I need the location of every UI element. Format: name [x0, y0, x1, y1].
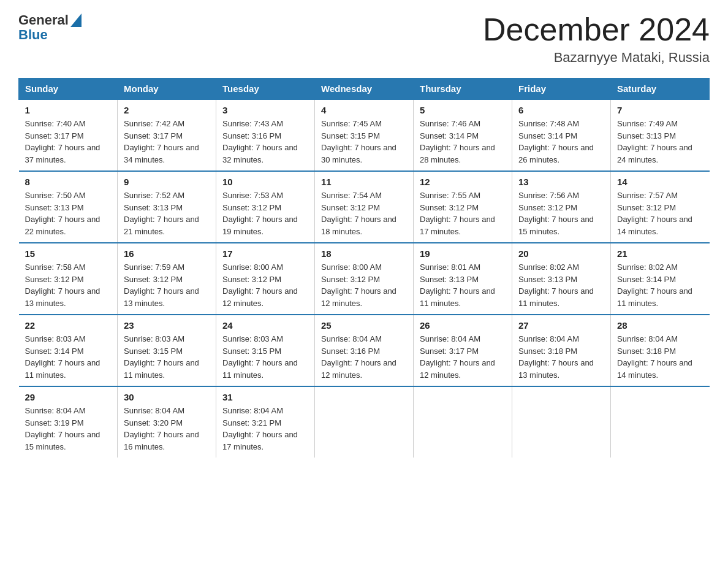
calendar-week-row: 15Sunrise: 7:58 AMSunset: 3:12 PMDayligh… [19, 243, 710, 315]
logo: General Blue [18, 12, 82, 43]
calendar-day-cell: 3Sunrise: 7:43 AMSunset: 3:16 PMDaylight… [216, 99, 315, 171]
calendar-day-cell: 13Sunrise: 7:56 AMSunset: 3:12 PMDayligh… [512, 171, 611, 243]
calendar-day-cell: 23Sunrise: 8:03 AMSunset: 3:15 PMDayligh… [118, 315, 216, 386]
logo-arrow-icon [70, 13, 82, 27]
day-info: Sunrise: 8:04 AMSunset: 3:21 PMDaylight:… [222, 405, 308, 453]
day-info: Sunrise: 7:54 AMSunset: 3:12 PMDaylight:… [321, 190, 407, 237]
day-info: Sunrise: 7:48 AMSunset: 3:14 PMDaylight:… [518, 118, 604, 166]
day-number: 12 [420, 177, 506, 187]
day-number: 6 [518, 105, 604, 115]
day-number: 21 [617, 248, 703, 259]
day-number: 22 [25, 320, 112, 331]
calendar-day-cell: 6Sunrise: 7:48 AMSunset: 3:14 PMDaylight… [512, 99, 611, 171]
calendar-day-cell: 12Sunrise: 7:55 AMSunset: 3:12 PMDayligh… [414, 171, 512, 243]
day-info: Sunrise: 8:01 AMSunset: 3:13 PMDaylight:… [420, 261, 506, 309]
day-info: Sunrise: 8:04 AMSunset: 3:20 PMDaylight:… [124, 405, 210, 453]
day-number: 26 [420, 320, 506, 331]
day-info: Sunrise: 8:02 AMSunset: 3:14 PMDaylight:… [617, 261, 703, 309]
day-info: Sunrise: 7:52 AMSunset: 3:13 PMDaylight:… [124, 190, 210, 237]
day-info: Sunrise: 7:45 AMSunset: 3:15 PMDaylight:… [321, 118, 407, 166]
logo-general-text: General [18, 12, 69, 28]
day-number: 16 [124, 248, 210, 259]
calendar-day-cell: 9Sunrise: 7:52 AMSunset: 3:13 PMDaylight… [118, 171, 216, 243]
calendar-day-cell [315, 386, 414, 458]
day-number: 19 [420, 248, 506, 259]
day-number: 2 [124, 105, 210, 115]
calendar-day-cell: 21Sunrise: 8:02 AMSunset: 3:14 PMDayligh… [611, 243, 710, 315]
day-info: Sunrise: 7:55 AMSunset: 3:12 PMDaylight:… [420, 190, 506, 237]
calendar-title: December 2024 [483, 12, 710, 47]
days-of-week-row: SundayMondayTuesdayWednesdayThursdayFrid… [19, 79, 710, 100]
day-info: Sunrise: 8:04 AMSunset: 3:19 PMDaylight:… [25, 405, 112, 453]
day-number: 25 [321, 320, 407, 331]
day-number: 17 [222, 248, 308, 259]
day-number: 4 [321, 105, 407, 115]
calendar-day-cell [611, 386, 710, 458]
calendar-day-cell: 18Sunrise: 8:00 AMSunset: 3:12 PMDayligh… [315, 243, 414, 315]
day-number: 9 [124, 177, 210, 187]
day-info: Sunrise: 8:04 AMSunset: 3:18 PMDaylight:… [518, 333, 604, 381]
calendar-day-cell: 11Sunrise: 7:54 AMSunset: 3:12 PMDayligh… [315, 171, 414, 243]
day-number: 13 [518, 177, 604, 187]
calendar-day-cell [414, 386, 512, 458]
calendar-day-cell: 2Sunrise: 7:42 AMSunset: 3:17 PMDaylight… [118, 99, 216, 171]
day-number: 27 [518, 320, 604, 331]
day-of-week-header: Friday [512, 79, 611, 100]
calendar-day-cell: 1Sunrise: 7:40 AMSunset: 3:17 PMDaylight… [19, 99, 118, 171]
day-of-week-header: Sunday [19, 79, 118, 100]
day-info: Sunrise: 7:58 AMSunset: 3:12 PMDaylight:… [25, 261, 112, 309]
day-info: Sunrise: 7:53 AMSunset: 3:12 PMDaylight:… [222, 190, 308, 237]
calendar-week-row: 29Sunrise: 8:04 AMSunset: 3:19 PMDayligh… [19, 386, 710, 458]
day-info: Sunrise: 8:02 AMSunset: 3:13 PMDaylight:… [518, 261, 604, 309]
calendar-day-cell: 8Sunrise: 7:50 AMSunset: 3:13 PMDaylight… [19, 171, 118, 243]
calendar-day-cell: 28Sunrise: 8:04 AMSunset: 3:18 PMDayligh… [611, 315, 710, 386]
day-info: Sunrise: 8:04 AMSunset: 3:18 PMDaylight:… [617, 333, 703, 381]
day-info: Sunrise: 7:56 AMSunset: 3:12 PMDaylight:… [518, 190, 604, 237]
day-of-week-header: Thursday [414, 79, 512, 100]
day-number: 29 [25, 392, 112, 402]
day-info: Sunrise: 7:46 AMSunset: 3:14 PMDaylight:… [420, 118, 506, 166]
calendar-day-cell: 7Sunrise: 7:49 AMSunset: 3:13 PMDaylight… [611, 99, 710, 171]
title-block: December 2024 Bazarnyye Mataki, Russia [483, 12, 710, 66]
day-number: 5 [420, 105, 506, 115]
calendar-day-cell: 25Sunrise: 8:04 AMSunset: 3:16 PMDayligh… [315, 315, 414, 386]
calendar-week-row: 8Sunrise: 7:50 AMSunset: 3:13 PMDaylight… [19, 171, 710, 243]
calendar-day-cell: 14Sunrise: 7:57 AMSunset: 3:12 PMDayligh… [611, 171, 710, 243]
calendar-subtitle: Bazarnyye Mataki, Russia [483, 50, 710, 66]
calendar-day-cell: 31Sunrise: 8:04 AMSunset: 3:21 PMDayligh… [216, 386, 315, 458]
page-header: General Blue December 2024 Bazarnyye Mat… [18, 12, 710, 66]
day-number: 23 [124, 320, 210, 331]
day-info: Sunrise: 8:03 AMSunset: 3:15 PMDaylight:… [222, 333, 308, 381]
day-of-week-header: Monday [118, 79, 216, 100]
calendar-day-cell: 17Sunrise: 8:00 AMSunset: 3:12 PMDayligh… [216, 243, 315, 315]
logo-blue-text: Blue [18, 27, 48, 43]
day-info: Sunrise: 7:40 AMSunset: 3:17 PMDaylight:… [25, 118, 112, 166]
calendar-day-cell: 27Sunrise: 8:04 AMSunset: 3:18 PMDayligh… [512, 315, 611, 386]
day-number: 8 [25, 177, 112, 187]
day-info: Sunrise: 8:00 AMSunset: 3:12 PMDaylight:… [321, 261, 407, 309]
day-of-week-header: Wednesday [315, 79, 414, 100]
day-of-week-header: Saturday [611, 79, 710, 100]
calendar-header: SundayMondayTuesdayWednesdayThursdayFrid… [19, 79, 710, 100]
day-info: Sunrise: 7:42 AMSunset: 3:17 PMDaylight:… [124, 118, 210, 166]
day-number: 24 [222, 320, 308, 331]
day-info: Sunrise: 7:57 AMSunset: 3:12 PMDaylight:… [617, 190, 703, 237]
calendar-day-cell: 30Sunrise: 8:04 AMSunset: 3:20 PMDayligh… [118, 386, 216, 458]
day-info: Sunrise: 8:00 AMSunset: 3:12 PMDaylight:… [222, 261, 308, 309]
calendar-day-cell: 26Sunrise: 8:04 AMSunset: 3:17 PMDayligh… [414, 315, 512, 386]
day-number: 7 [617, 105, 703, 115]
calendar-day-cell: 29Sunrise: 8:04 AMSunset: 3:19 PMDayligh… [19, 386, 118, 458]
calendar-day-cell: 15Sunrise: 7:58 AMSunset: 3:12 PMDayligh… [19, 243, 118, 315]
calendar-body: 1Sunrise: 7:40 AMSunset: 3:17 PMDaylight… [19, 99, 710, 458]
day-info: Sunrise: 7:50 AMSunset: 3:13 PMDaylight:… [25, 190, 112, 237]
calendar-day-cell: 19Sunrise: 8:01 AMSunset: 3:13 PMDayligh… [414, 243, 512, 315]
day-of-week-header: Tuesday [216, 79, 315, 100]
day-info: Sunrise: 8:04 AMSunset: 3:17 PMDaylight:… [420, 333, 506, 381]
day-number: 1 [25, 105, 112, 115]
calendar-day-cell: 24Sunrise: 8:03 AMSunset: 3:15 PMDayligh… [216, 315, 315, 386]
day-number: 11 [321, 177, 407, 187]
day-number: 15 [25, 248, 112, 259]
day-number: 14 [617, 177, 703, 187]
calendar-week-row: 22Sunrise: 8:03 AMSunset: 3:14 PMDayligh… [19, 315, 710, 386]
calendar-day-cell: 16Sunrise: 7:59 AMSunset: 3:12 PMDayligh… [118, 243, 216, 315]
